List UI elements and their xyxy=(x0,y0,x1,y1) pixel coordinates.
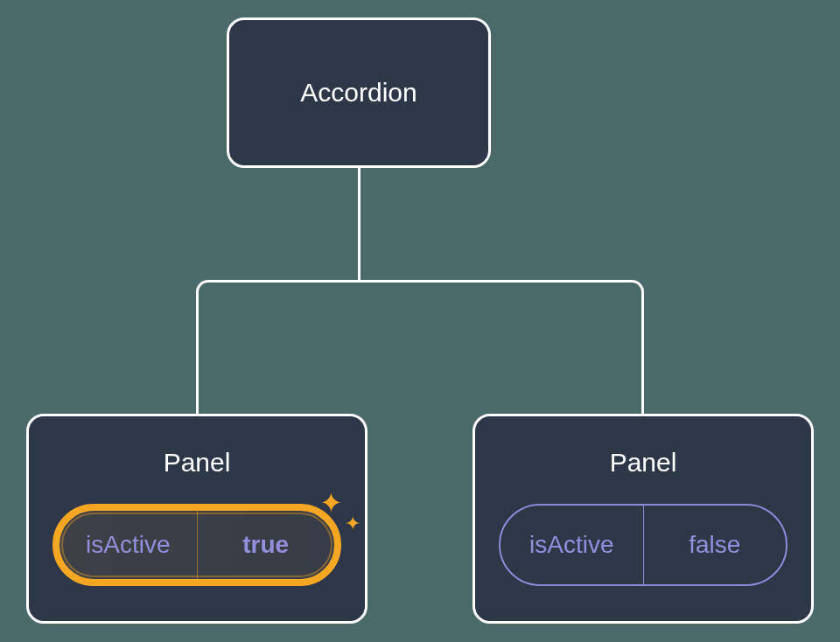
state-value-label: true xyxy=(198,511,335,579)
accordion-node: Accordion xyxy=(227,17,491,168)
connector-line xyxy=(641,294,644,414)
state-property-label: isActive xyxy=(500,506,643,584)
state-property-label: isActive xyxy=(60,511,197,579)
panel-node-active: Panel ✦ ✦ isActive true xyxy=(26,414,368,624)
state-pill-active: ✦ ✦ isActive true xyxy=(52,504,341,586)
panel-title: Panel xyxy=(164,448,231,478)
panel-node-inactive: Panel isActive false xyxy=(472,414,814,624)
connector-line xyxy=(196,294,199,414)
panel-title: Panel xyxy=(610,448,677,478)
state-pill-inactive: isActive false xyxy=(499,504,788,586)
connector-line xyxy=(210,280,630,283)
connector-corner xyxy=(196,280,214,297)
state-value-label: false xyxy=(644,506,787,584)
connector-line xyxy=(358,168,360,280)
accordion-label: Accordion xyxy=(300,78,416,108)
sparkle-icon: ✦ xyxy=(345,513,360,535)
